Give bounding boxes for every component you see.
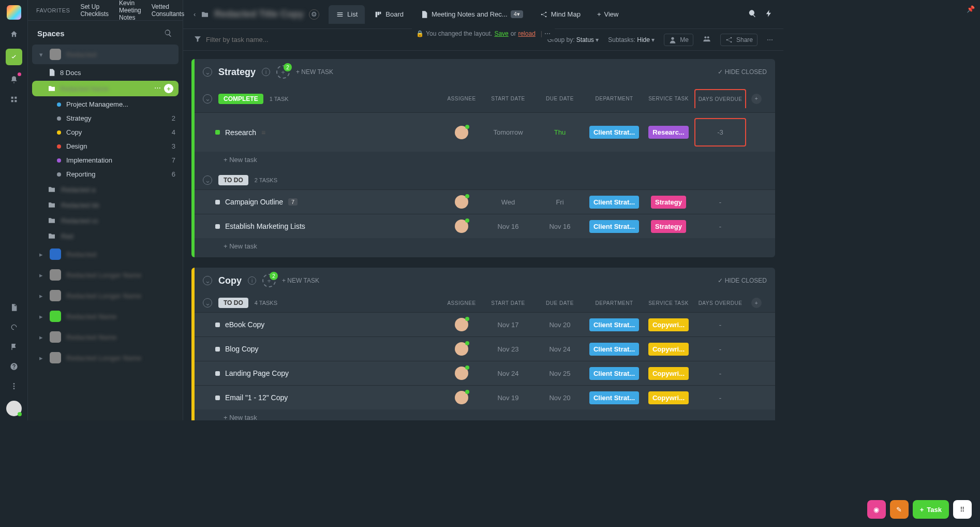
service-task-cell[interactable]: Researc... [643, 126, 694, 139]
hide-closed-button[interactable]: ✓ HIDE CLOSED [718, 68, 767, 76]
sidebar-list-item[interactable]: Copy4 [28, 125, 183, 139]
settings-gear-icon[interactable]: ⚙ [309, 9, 319, 20]
toolbar-more-icon[interactable]: ⋯ [767, 36, 773, 43]
share-chip[interactable]: Share [720, 34, 758, 46]
start-date-cell[interactable]: Nov 17 [482, 321, 534, 329]
task-row[interactable]: Research≡ Tomorrow Thu Client Strat... R… [195, 112, 775, 152]
subtasks-control[interactable]: Subtasks: Hide ▾ [608, 36, 655, 43]
sidebar-list-item[interactable]: Implementation7 [28, 153, 183, 167]
assignee-cell[interactable] [441, 367, 482, 380]
folder-row[interactable]: Red [32, 229, 179, 243]
department-cell[interactable]: Client Strat... [586, 391, 643, 404]
sidebar-list-item[interactable]: Project Manageme... [28, 97, 183, 111]
reload-link[interactable]: reload [518, 30, 535, 37]
due-date-cell[interactable]: Nov 24 [534, 345, 586, 353]
sidebar-list-item[interactable]: Strategy2 [28, 111, 183, 125]
department-cell[interactable]: Client Strat... [586, 220, 643, 233]
search-spaces-icon[interactable] [163, 28, 173, 38]
sidebar-list-item[interactable]: Reporting6 [28, 167, 183, 181]
groupby-control[interactable]: Group by: Status ▾ [547, 36, 599, 43]
more-icon[interactable] [9, 381, 19, 391]
status-pill[interactable]: TO DO [218, 298, 248, 308]
status-pill[interactable]: COMPLETE [218, 94, 263, 104]
folder-row[interactable]: Redacted a [32, 182, 179, 197]
view-tab-board[interactable]: Board [367, 5, 411, 24]
banner-more-icon[interactable]: ⋯ [544, 30, 551, 37]
task-row[interactable]: Establish Marketing Lists Nov 16 Nov 16 … [195, 214, 775, 238]
space-item[interactable]: ▸Redacted Longer Name [32, 348, 179, 368]
assignee-cell[interactable] [441, 342, 482, 356]
space-item[interactable]: ▸Redacted Name [32, 327, 179, 347]
space-item[interactable]: ▸Redacted Longer Name [32, 286, 179, 305]
tasks-icon[interactable] [6, 49, 22, 65]
new-task-button[interactable]: + NEW TASK [282, 277, 319, 284]
assignees-badge[interactable]: +2 [276, 65, 290, 79]
assignee-cell[interactable] [441, 195, 482, 209]
service-task-cell[interactable]: Copywri... [643, 343, 694, 356]
view-tab-list[interactable]: List [329, 5, 365, 24]
new-task-button[interactable]: + NEW TASK [296, 68, 333, 76]
due-date-cell[interactable]: Thu [534, 128, 586, 136]
back-icon[interactable]: ‹ [194, 10, 196, 18]
due-date-cell[interactable]: Nov 20 [534, 321, 586, 329]
folder-row[interactable]: Redacted bb [32, 198, 179, 212]
due-date-cell[interactable]: Nov 16 [534, 223, 586, 230]
start-date-cell[interactable]: Nov 19 [482, 394, 534, 402]
service-task-cell[interactable]: Strategy [643, 220, 694, 233]
info-icon[interactable]: i [262, 68, 270, 76]
sidebar-list-item[interactable]: Design3 [28, 139, 183, 153]
service-task-cell[interactable]: Strategy [643, 196, 694, 209]
start-date-cell[interactable]: Nov 24 [482, 370, 534, 377]
start-date-cell[interactable]: Nov 16 [482, 223, 534, 230]
notifications-icon[interactable] [9, 75, 19, 85]
space-item[interactable]: ▸Redacted Name [32, 306, 179, 326]
start-date-cell[interactable]: Wed [482, 198, 534, 206]
new-task-row[interactable]: + New task [203, 409, 767, 420]
start-date-cell[interactable]: Nov 23 [482, 345, 534, 353]
filter-input[interactable] [206, 36, 309, 43]
info-icon[interactable]: i [248, 276, 256, 285]
hide-closed-button[interactable]: ✓ HIDE CLOSED [718, 277, 767, 284]
search-icon[interactable] [748, 9, 756, 19]
department-cell[interactable]: Client Strat... [586, 343, 643, 356]
collapse-status-icon[interactable]: ⌄ [203, 94, 212, 104]
department-cell[interactable]: Client Strat... [586, 367, 643, 380]
filter-icon[interactable] [194, 35, 202, 45]
folder-more-icon[interactable]: ⋯ [154, 84, 161, 93]
add-column-icon[interactable]: + [751, 94, 762, 104]
task-row[interactable]: Email "1 - 12" Copy Nov 19 Nov 20 Client… [195, 385, 775, 409]
task-row[interactable]: eBook Copy Nov 17 Nov 20 Client Strat...… [195, 312, 775, 336]
due-date-cell[interactable]: Nov 20 [534, 394, 586, 402]
assignee-cell[interactable] [441, 126, 482, 139]
task-row[interactable]: Landing Page Copy Nov 24 Nov 25 Client S… [195, 361, 775, 385]
app-logo[interactable] [7, 5, 21, 20]
save-link[interactable]: Save [494, 30, 508, 37]
help-icon[interactable] [9, 361, 19, 372]
due-date-cell[interactable]: Fri [534, 198, 586, 206]
space-item[interactable]: ▸Redacted Longer Name [32, 265, 179, 285]
start-date-cell[interactable]: Tomorrow [482, 128, 534, 136]
new-task-row[interactable]: + New task [203, 152, 767, 166]
space-item[interactable]: ▾ Redacted [32, 45, 179, 64]
service-task-cell[interactable]: Copywri... [643, 367, 694, 380]
assignees-badge[interactable]: +2 [262, 274, 276, 287]
add-column-icon[interactable]: + [751, 298, 762, 308]
due-date-cell[interactable]: Nov 25 [534, 370, 586, 377]
docs-icon[interactable] [9, 302, 19, 313]
service-task-cell[interactable]: Copywri... [643, 391, 694, 404]
department-cell[interactable]: Client Strat... [586, 196, 643, 209]
status-pill[interactable]: TO DO [218, 175, 248, 185]
me-chip[interactable]: Me [664, 34, 693, 46]
apps-icon[interactable] [9, 94, 19, 105]
view-tab-meeting[interactable]: Meeting Notes and Rec...4▾ [413, 5, 530, 24]
task-row[interactable]: Campaign Outline7 Wed Fri Client Strat..… [195, 189, 775, 214]
department-cell[interactable]: Client Strat... [586, 126, 643, 139]
space-item[interactable]: ▸Redacted [32, 244, 179, 264]
assignee-cell[interactable] [441, 391, 482, 404]
folder-row[interactable]: Redacted cc [32, 213, 179, 228]
favorite-link-1[interactable]: Kevin Meeting Notes [119, 0, 141, 21]
folder-add-icon[interactable]: + [164, 84, 173, 93]
people-icon[interactable] [703, 35, 711, 45]
service-task-cell[interactable]: Copywri... [643, 318, 694, 331]
favorite-link-0[interactable]: Set Up Checklists [80, 3, 109, 18]
